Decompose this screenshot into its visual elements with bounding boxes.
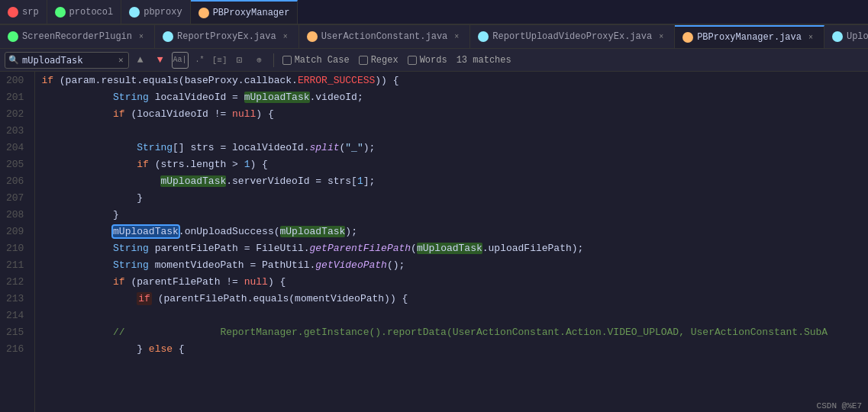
code-area[interactable]: if (param.result.equals(baseProxy.callba… xyxy=(35,72,868,412)
tab-icon-srp xyxy=(8,7,18,18)
tab-icon-reportuploadvideo xyxy=(478,31,489,42)
editor-area: 200 201 202 203 204 205 206 207 208 209 … xyxy=(0,72,868,412)
separator-1 xyxy=(273,53,274,67)
code-line-210: String parentFilePath = FileUtil.getPare… xyxy=(41,240,868,256)
code-line-212: if (parentFilePath != null) { xyxy=(41,273,868,290)
tab-bar-2: ScreenRecorderPlugin × ReportProxyEx.jav… xyxy=(0,24,868,49)
tab-close-reportproxyex[interactable]: × xyxy=(280,31,291,42)
tab-pbproxymanager2[interactable]: PBProxyManager.java × xyxy=(675,25,824,48)
tab-icon-protocol xyxy=(55,7,66,18)
tab-icon-pbproxymanager2 xyxy=(682,32,693,43)
tab-label-protocol: protocol xyxy=(69,7,114,18)
tab-label-useractionconstant: UserActionConstant.java xyxy=(321,31,448,42)
line-num-213: 213 xyxy=(6,290,28,307)
tab-uploadvideo[interactable]: UploadVideowithShareDia... xyxy=(824,25,868,48)
tab-icon-uploadvideo xyxy=(832,31,843,42)
tab-label-pbproxy: pbproxy xyxy=(144,7,182,18)
tab-close-pbproxymanager2[interactable]: × xyxy=(805,32,816,43)
search-input[interactable] xyxy=(22,55,114,66)
words-option[interactable]: Words xyxy=(405,53,450,67)
code-line-205: if (strs.length > 1) { xyxy=(41,156,868,172)
line-num-208: 208 xyxy=(6,206,28,223)
tab-icon-pbproxymanager xyxy=(198,8,209,18)
words-checkbox xyxy=(408,56,417,65)
find-regex-button[interactable]: .* xyxy=(192,52,208,69)
tab-label-reportuploadvideo: ReportUploadVideoProxyEx.java xyxy=(492,31,652,42)
prev-match-button[interactable]: ▲ xyxy=(132,52,149,69)
line-num-203: 203 xyxy=(6,122,28,139)
line-num-201: 201 xyxy=(6,89,28,105)
tab-useractionconstant[interactable]: UserActionConstant.java × xyxy=(299,25,471,48)
code-line-211: String momentVideoPath = PathUtil.getVid… xyxy=(41,256,868,273)
line-num-204: 204 xyxy=(6,139,28,156)
tab-screenrecorder[interactable]: ScreenRecorderPlugin × xyxy=(0,25,155,48)
tab-icon-pbproxy xyxy=(129,7,140,18)
matches-count: 13 matches xyxy=(457,55,511,66)
close-search-button[interactable]: ⊡ xyxy=(231,52,248,69)
match-case-checkbox xyxy=(282,56,292,65)
match-case-option[interactable]: Match Case xyxy=(279,53,353,67)
line-num-212: 212 xyxy=(6,273,28,290)
code-line-202: if (localVideoId != null) { xyxy=(41,105,868,122)
code-line-201: String localVideoId = mUploadTask.videoI… xyxy=(41,89,868,105)
regex-option[interactable]: Regex xyxy=(356,53,402,67)
line-numbers: 200 201 202 203 204 205 206 207 208 209 … xyxy=(0,72,35,412)
tab-icon-useractionconstant xyxy=(307,31,318,42)
tab-close-reportuploadvideo[interactable]: × xyxy=(656,31,666,42)
tab-reportproxyex[interactable]: ReportProxyEx.java × xyxy=(155,25,299,48)
match-selection-button[interactable]: [≡] xyxy=(211,52,228,69)
tab-label-pbproxymanager: PBProxyManager xyxy=(213,8,290,18)
line-num-202: 202 xyxy=(6,105,28,122)
bottom-bar-text: CSDN @%E7 xyxy=(817,401,862,410)
tab-close-screenrecorder[interactable]: × xyxy=(136,31,147,42)
code-line-214 xyxy=(41,307,868,323)
code-line-207: } xyxy=(41,189,868,206)
tab-bar: srp protocol pbproxy PBProxyManager xyxy=(0,0,868,24)
code-line-213: if (parentFilePath.equals(momentVideoPat… xyxy=(41,290,868,307)
search-clear-button[interactable]: ✕ xyxy=(117,55,125,65)
code-line-208: } xyxy=(41,206,868,223)
match-case-label: Match Case xyxy=(295,55,350,66)
line-num-210: 210 xyxy=(6,240,28,256)
line-num-216: 216 xyxy=(6,340,28,357)
line-num-214: 214 xyxy=(6,307,28,323)
tab-pbproxy[interactable]: pbproxy xyxy=(121,0,190,24)
tab-icon-reportproxyex xyxy=(163,31,173,42)
tab-srp[interactable]: srp xyxy=(0,0,47,24)
tab-icon-screenrecorder xyxy=(8,31,18,42)
code-line-215: // ReportManager.getInstance().reportDat… xyxy=(41,323,868,340)
code-line-206: mUploadTask.serverVideoId = strs[1]; xyxy=(41,172,868,189)
line-num-205: 205 xyxy=(6,156,28,172)
extra-button[interactable]: ⊕ xyxy=(251,52,268,69)
tab-pbproxymanager[interactable]: PBProxyManager xyxy=(191,0,298,24)
search-bar: 🔍 ✕ ▲ ▼ Aa| .* [≡] ⊡ ⊕ Match Case Regex … xyxy=(0,49,868,72)
words-label: Words xyxy=(420,55,447,66)
code-line-200: if (param.result.equals(baseProxy.callba… xyxy=(41,72,868,89)
line-num-200: 200 xyxy=(6,72,28,89)
regex-checkbox xyxy=(359,56,368,65)
search-input-wrapper: 🔍 ✕ xyxy=(5,52,129,69)
search-icon: 🔍 xyxy=(8,55,19,65)
tab-label-screenrecorder: ScreenRecorderPlugin xyxy=(22,31,132,42)
tab-label-uploadvideo: UploadVideowithShareDia... xyxy=(847,31,868,42)
regex-label: Regex xyxy=(371,55,399,66)
line-num-206: 206 xyxy=(6,172,28,189)
line-num-215: 215 xyxy=(6,323,28,340)
tab-label-reportproxyex: ReportProxyEx.java xyxy=(177,31,276,42)
tab-label-srp: srp xyxy=(22,7,39,18)
next-match-button[interactable]: ▼ xyxy=(152,52,169,69)
line-num-207: 207 xyxy=(6,189,28,206)
find-word-button[interactable]: Aa| xyxy=(172,52,189,69)
bottom-bar: CSDN @%E7 xyxy=(811,400,868,412)
tab-reportuploadvideo[interactable]: ReportUploadVideoProxyEx.java × xyxy=(470,25,675,48)
code-line-216: } else { xyxy=(41,340,868,357)
code-line-204: String[] strs = localVideoId.split("_"); xyxy=(41,139,868,156)
tab-close-useractionconstant[interactable]: × xyxy=(451,31,462,42)
tab-protocol[interactable]: protocol xyxy=(47,0,122,24)
code-line-209: mUploadTask.onUploadSuccess(mUploadTask)… xyxy=(41,223,868,240)
line-num-211: 211 xyxy=(6,256,28,273)
code-line-203 xyxy=(41,122,868,139)
line-num-209: 209 xyxy=(6,223,28,240)
tab-label-pbproxymanager2: PBProxyManager.java xyxy=(697,32,802,43)
